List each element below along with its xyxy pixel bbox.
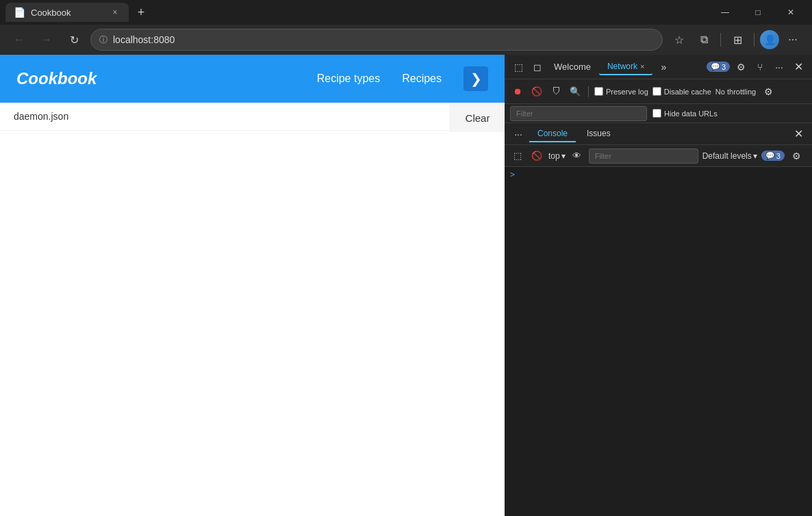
tab-bar: 📄 Cookbook × + [5,3,704,22]
network-clear-button[interactable]: 🚫 [529,84,544,99]
lock-icon: ⓘ [99,34,107,46]
separator [588,86,589,97]
prompt-chevron: > [510,170,515,179]
network-toolbar: ⏺ 🚫 ⛉ 🔍 Preserve log Disable cache No th… [505,79,812,104]
console-badge-count: 3 [776,152,781,160]
title-bar: 📄 Cookbook × + — □ ✕ [0,0,812,25]
address-text: localhost:8080 [113,34,175,45]
issues-badge: 💬 3 [707,62,730,72]
preserve-log-input[interactable] [594,87,603,96]
network-search-icon[interactable]: 🔍 [568,84,583,99]
minimize-button[interactable]: — [709,0,741,25]
window-controls: — □ ✕ [709,0,807,25]
console-drawer-icon[interactable]: ⬚ [510,149,525,164]
disable-cache-input[interactable] [652,87,661,96]
disable-cache-checkbox[interactable]: Disable cache [652,87,711,96]
console-settings-icon[interactable]: ⚙ [789,148,805,164]
preserve-log-label: Preserve log [606,88,648,96]
record-button[interactable]: ⏺ [510,84,525,99]
network-tab-close[interactable]: × [640,62,644,70]
console-eye-icon[interactable]: 👁 [570,149,585,164]
console-toolbar: ⬚ 🚫 top ▾ 👁 Default levels ▾ 💬 3 ⚙ [505,145,812,167]
issues-badge-count: 3 [722,63,726,71]
file-list: daemon.json [0,103,450,131]
devtools-responsive-icon[interactable]: ◻ [529,59,546,75]
console-content: > [505,167,812,516]
recipe-types-link[interactable]: Recipe types [317,73,381,85]
maximize-button[interactable]: □ [742,0,774,25]
network-filter-input[interactable] [510,106,647,121]
file-item[interactable]: daemon.json [0,103,450,131]
console-filter-input[interactable] [589,149,698,164]
page-logo: Cookbook [16,69,295,88]
nav-bar: ← → ↻ ⓘ localhost:8080 ☆ ⧉ ⊞ 👤 ··· [0,25,812,55]
issues-tab[interactable]: Issues [579,126,619,142]
devtools-settings-icon[interactable]: ⚙ [733,59,749,75]
collections-icon[interactable]: ⊞ [726,29,748,51]
console-badge: 💬 3 [761,151,785,161]
console-tab-bar: ··· Console Issues ✕ [505,123,812,145]
devtools-close-icon[interactable]: ✕ [790,59,807,75]
levels-arrow: ▾ [753,151,757,161]
tab-close-icon[interactable]: × [110,7,120,18]
network-settings-icon[interactable]: ⚙ [760,83,776,100]
tab-favicon: 📄 [14,7,25,18]
context-arrow: ▾ [561,151,566,161]
devtools-panel: ⬚ ◻ Welcome Network × » 💬 3 ⚙ ⑂ ··· ✕ [505,55,812,516]
console-no-icon[interactable]: 🚫 [529,149,544,164]
browser-tab[interactable]: 📄 Cookbook × [5,3,129,22]
levels-selector[interactable]: Default levels ▾ [702,151,757,161]
disable-cache-label: Disable cache [664,88,711,96]
devtools-drawer-icon[interactable]: ⬚ [510,59,526,75]
console-pane-close[interactable]: ✕ [790,126,807,142]
forward-button[interactable]: → [36,29,58,51]
back-button[interactable]: ← [8,29,30,51]
more-tabs-button[interactable]: » [655,59,672,75]
new-tab-button[interactable]: + [131,3,151,22]
nav-toggle-button[interactable]: ❯ [464,66,488,91]
levels-label: Default levels [702,151,752,161]
throttle-label: No throttling [715,88,756,96]
context-label: top [548,151,560,161]
refresh-button[interactable]: ↻ [63,29,85,51]
network-filter-icon[interactable]: ⛉ [548,84,563,99]
address-bar[interactable]: ⓘ localhost:8080 [90,29,663,51]
issues-badge-icon: 💬 [711,62,720,71]
network-filter-row: Hide data URLs [505,104,812,123]
more-button[interactable]: ··· [782,29,804,51]
recipes-link[interactable]: Recipes [402,73,442,85]
tab-title: Cookbook [31,8,71,18]
network-tab[interactable]: Network × [599,59,652,75]
webpage: Cookbook Recipe types Recipes ❯ daemon.j… [0,55,505,516]
devtools-branch-icon[interactable]: ⑂ [752,59,768,75]
preserve-log-checkbox[interactable]: Preserve log [594,87,648,96]
devtools-more-icon[interactable]: ··· [771,59,787,75]
star-icon[interactable]: ☆ [668,29,690,51]
console-more-icon[interactable]: ··· [510,126,526,142]
page-content: daemon.json Clear [0,103,505,516]
welcome-tab[interactable]: Welcome [548,59,596,75]
hide-data-urls-label: Hide data URLs [664,109,718,118]
clear-button[interactable]: Clear [466,112,490,124]
console-prompt: > [510,170,807,179]
devtools-toolbar: ⬚ ◻ Welcome Network × » 💬 3 ⚙ ⑂ ··· ✕ [505,55,812,79]
hide-data-urls-checkbox[interactable]: Hide data URLs [652,109,718,118]
console-tab[interactable]: Console [529,126,576,142]
clear-btn-area: Clear [450,103,505,132]
close-button[interactable]: ✕ [775,0,807,25]
extensions-icon[interactable]: ⧉ [693,29,715,51]
network-tab-label: Network [607,62,637,71]
profile-avatar[interactable]: 👤 [760,30,779,49]
nav-divider [720,33,721,47]
hide-data-urls-input[interactable] [652,109,661,118]
nav-divider [754,33,754,47]
main-area: Cookbook Recipe types Recipes ❯ daemon.j… [0,55,812,516]
context-selector[interactable]: top ▾ [548,151,566,161]
nav-icons: ☆ ⧉ ⊞ 👤 ··· [668,29,804,51]
console-badge-icon: 💬 [765,151,775,160]
console-input[interactable] [518,170,655,179]
page-nav: Cookbook Recipe types Recipes ❯ [0,55,505,103]
